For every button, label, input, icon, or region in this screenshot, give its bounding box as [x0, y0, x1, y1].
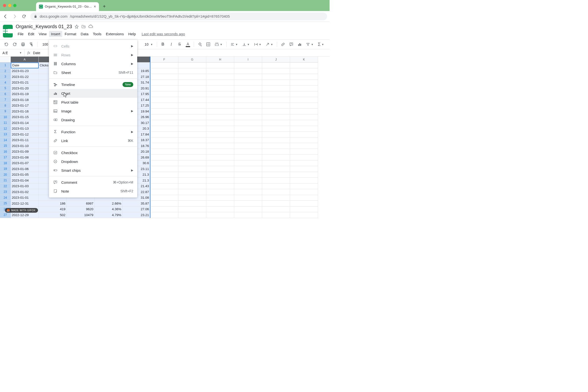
column-header[interactable]: J	[262, 56, 290, 62]
functions-button[interactable]: Σ▼	[316, 42, 325, 47]
cell[interactable]: 2023-01-20	[11, 86, 39, 92]
cell[interactable]	[150, 108, 178, 114]
cell[interactable]	[290, 86, 318, 92]
cell[interactable]: Date	[11, 62, 39, 68]
cell[interactable]	[206, 80, 234, 86]
cell[interactable]	[262, 195, 290, 201]
new-tab-button[interactable]: +	[103, 4, 106, 9]
cell[interactable]	[262, 172, 290, 178]
cell[interactable]	[178, 212, 206, 218]
strikethrough-button[interactable]: S	[176, 41, 183, 48]
row-header[interactable]: 15	[0, 143, 11, 149]
row-header[interactable]: 3	[0, 74, 11, 80]
cell[interactable]: 2023-01-06	[11, 166, 39, 172]
cell[interactable]	[234, 160, 262, 166]
cell[interactable]	[178, 178, 206, 184]
url-input[interactable]: docs.google.com/spreadsheets/d/1S2Q_yb_S…	[30, 12, 327, 20]
cell[interactable]: 2023-01-13	[11, 126, 39, 132]
insert-note[interactable]: Note Shift+F2	[49, 187, 137, 196]
cell[interactable]	[262, 103, 290, 109]
insert-cells[interactable]: Cells ▶	[49, 42, 137, 50]
chart-button[interactable]	[296, 41, 303, 48]
row-header[interactable]: 27	[0, 212, 11, 218]
row-header[interactable]: 9	[0, 108, 11, 114]
row-header[interactable]: 23	[0, 189, 11, 195]
cell[interactable]: 27.06	[122, 206, 150, 212]
cell[interactable]	[234, 74, 262, 80]
cell[interactable]: 6997	[67, 201, 94, 206]
menu-view[interactable]: View	[37, 31, 48, 37]
cell[interactable]: 2023-01-10	[11, 143, 39, 149]
cell[interactable]	[150, 201, 178, 206]
cell[interactable]: 2023-01-01	[11, 195, 39, 201]
cell[interactable]	[150, 212, 178, 218]
cell[interactable]	[262, 114, 290, 120]
cell[interactable]	[150, 195, 178, 201]
cell[interactable]	[234, 86, 262, 92]
cell[interactable]	[150, 114, 178, 120]
cell[interactable]	[206, 138, 234, 143]
column-header[interactable]: I	[234, 56, 262, 62]
cell[interactable]	[234, 108, 262, 114]
cell[interactable]: 2023-01-07	[11, 160, 39, 166]
cell[interactable]: 2023-01-18	[11, 97, 39, 103]
cell[interactable]	[206, 86, 234, 92]
cell[interactable]	[150, 126, 178, 132]
move-icon[interactable]	[81, 24, 86, 29]
cell[interactable]	[234, 189, 262, 195]
cell[interactable]	[234, 120, 262, 126]
cell[interactable]	[234, 166, 262, 172]
row-header[interactable]: 11	[0, 120, 11, 126]
cell[interactable]	[290, 108, 318, 114]
back-button[interactable]	[2, 14, 8, 19]
cell[interactable]	[262, 62, 290, 68]
cell[interactable]	[234, 172, 262, 178]
cell[interactable]	[150, 166, 178, 172]
cell[interactable]	[178, 97, 206, 103]
cell[interactable]	[150, 132, 178, 138]
cell[interactable]	[234, 62, 262, 68]
cell[interactable]	[234, 195, 262, 201]
cell[interactable]	[206, 120, 234, 126]
column-header[interactable]: F	[150, 56, 178, 62]
insert-rows[interactable]: Rows ▶	[49, 50, 137, 59]
cell[interactable]	[206, 166, 234, 172]
cell[interactable]: 23.21	[122, 212, 150, 218]
font-size-dropdown[interactable]: 10▼	[142, 42, 154, 46]
cell[interactable]	[290, 97, 318, 103]
star-icon[interactable]	[74, 24, 79, 29]
insert-drawing[interactable]: Drawing	[49, 116, 137, 124]
reload-button[interactable]	[21, 14, 27, 19]
cell[interactable]	[150, 184, 178, 190]
cell[interactable]	[290, 114, 318, 120]
cell[interactable]: 2023-01-05	[11, 172, 39, 178]
row-header[interactable]: 12	[0, 126, 11, 132]
cell[interactable]	[206, 108, 234, 114]
insert-chart[interactable]: Chart	[49, 89, 137, 98]
cell[interactable]	[290, 172, 318, 178]
cell[interactable]	[150, 86, 178, 92]
cell[interactable]	[290, 138, 318, 143]
cell[interactable]	[150, 206, 178, 212]
cell[interactable]	[206, 92, 234, 97]
cell[interactable]	[178, 154, 206, 160]
cell[interactable]	[234, 212, 262, 218]
column-header[interactable]: K	[290, 56, 318, 62]
cell[interactable]	[206, 212, 234, 218]
menu-extensions[interactable]: Extensions	[104, 31, 126, 37]
insert-pivot-table[interactable]: Pivot table	[49, 98, 137, 106]
row-header[interactable]: 17	[0, 154, 11, 160]
cell[interactable]	[150, 178, 178, 184]
cell[interactable]	[178, 172, 206, 178]
cell[interactable]	[150, 160, 178, 166]
cell[interactable]	[234, 80, 262, 86]
cell[interactable]	[150, 138, 178, 143]
cell[interactable]	[206, 132, 234, 138]
cell[interactable]	[150, 120, 178, 126]
cell[interactable]	[234, 201, 262, 206]
cell[interactable]	[262, 143, 290, 149]
cell[interactable]	[206, 160, 234, 166]
cell[interactable]	[178, 201, 206, 206]
cell[interactable]	[178, 126, 206, 132]
insert-timeline[interactable]: Timeline New	[49, 80, 137, 89]
